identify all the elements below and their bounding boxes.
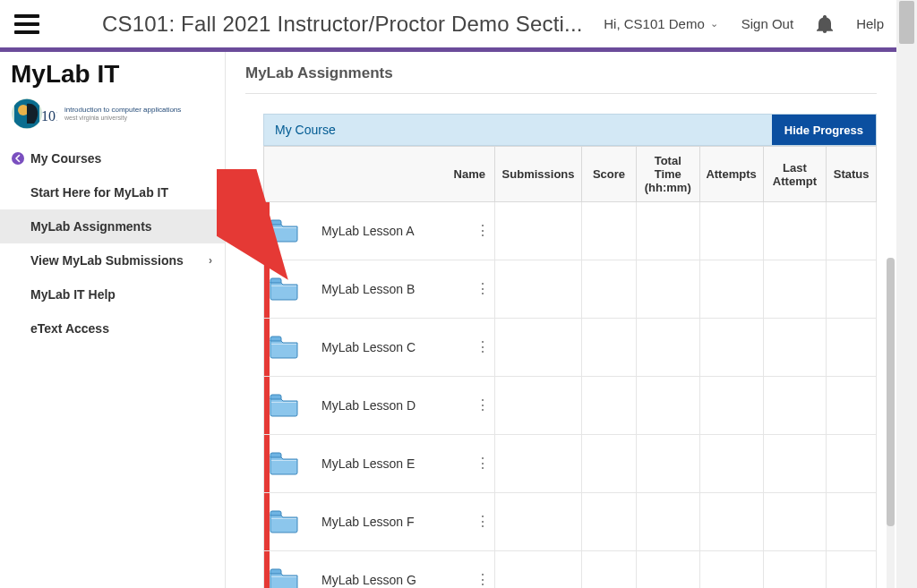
svg-rect-6 [271, 344, 296, 345]
row-kebab-icon[interactable]: ⋮ [471, 456, 494, 471]
table-row[interactable]: MyLab Lesson D ⋮ [264, 377, 877, 435]
course-banner: My Course Hide Progress [263, 114, 877, 146]
sidebar-item-label: MyLab IT Help [30, 287, 116, 302]
empty-cell [495, 493, 582, 551]
course-logo: 101 introduction to computer application… [0, 91, 225, 141]
content-scrollbar[interactable] [887, 258, 895, 588]
row-name: MyLab Lesson D [314, 398, 471, 413]
col-attempts[interactable]: Attempts [699, 147, 763, 202]
empty-cell [699, 319, 763, 377]
course-title: CS101: Fall 2021 Instructor/Proctor Demo… [102, 12, 583, 37]
empty-cell [582, 551, 637, 589]
browser-scrollbar-thumb[interactable] [899, 1, 914, 44]
table-row[interactable]: MyLab Lesson G ⋮ [264, 551, 877, 589]
assignments-table: Name Submissions Score Total Time (hh:mm… [263, 146, 877, 588]
sidebar-item-view-submissions[interactable]: View MyLab Submissions › [0, 243, 225, 277]
row-kebab-icon[interactable]: ⋮ [471, 282, 494, 296]
table-row[interactable]: MyLab Lesson C ⋮ [264, 319, 877, 377]
col-last-attempt[interactable]: Last Attempt [763, 147, 827, 202]
svg-point-3 [12, 152, 24, 165]
banner-title: My Course [264, 123, 336, 137]
sidebar-item-start-here[interactable]: Start Here for MyLab IT [0, 175, 225, 209]
empty-cell [636, 493, 699, 551]
user-menu[interactable]: Hi, CS101 Demo ⌄ [604, 16, 718, 31]
table-row[interactable]: MyLab Lesson E ⋮ [264, 435, 877, 493]
row-name: MyLab Lesson C [314, 340, 471, 354]
row-name: MyLab Lesson A [314, 224, 471, 238]
empty-cell [763, 377, 827, 435]
sidebar-item-label: Start Here for MyLab IT [30, 185, 168, 200]
row-kebab-icon[interactable]: ⋮ [471, 398, 494, 413]
sidebar-item-help[interactable]: MyLab IT Help [0, 277, 225, 311]
folder-icon [270, 394, 314, 417]
sidebar-item-label: View MyLab Submissions [30, 253, 184, 268]
sidebar-item-my-courses[interactable]: My Courses [0, 141, 225, 175]
folder-icon [270, 277, 314, 301]
empty-cell [763, 202, 827, 260]
svg-text:101: 101 [41, 108, 57, 124]
browser-scrollbar[interactable] [896, 0, 917, 588]
svg-rect-10 [271, 576, 296, 577]
table-row[interactable]: MyLab Lesson F ⋮ [264, 493, 877, 551]
empty-cell [495, 319, 582, 377]
row-name: MyLab Lesson E [314, 456, 471, 471]
notifications-icon[interactable] [817, 15, 833, 33]
empty-cell [699, 377, 763, 435]
sidebar-item-label: MyLab Assignments [30, 219, 152, 234]
empty-cell [582, 435, 637, 493]
empty-cell [636, 377, 699, 435]
svg-rect-9 [271, 518, 296, 519]
hide-progress-button[interactable]: Hide Progress [772, 115, 876, 145]
col-total-time[interactable]: Total Time (hh:mm) [636, 147, 699, 202]
col-score[interactable]: Score [582, 147, 637, 202]
empty-cell [495, 435, 582, 493]
svg-rect-7 [271, 402, 296, 403]
sidebar-item-label: My Courses [30, 151, 101, 166]
row-kebab-icon[interactable]: ⋮ [471, 573, 494, 587]
sidebar-item-mylab-assignments[interactable]: MyLab Assignments [0, 209, 225, 243]
back-icon [11, 151, 25, 166]
table-row[interactable]: MyLab Lesson B ⋮ [264, 260, 877, 319]
col-status[interactable]: Status [827, 147, 877, 202]
col-submissions[interactable]: Submissions [495, 147, 582, 202]
empty-cell [636, 551, 699, 589]
chevron-down-icon: ⌄ [710, 18, 718, 30]
row-kebab-icon[interactable]: ⋮ [471, 515, 494, 529]
empty-cell [763, 435, 827, 493]
empty-cell [495, 260, 582, 319]
row-kebab-icon[interactable]: ⋮ [471, 224, 494, 238]
svg-rect-5 [271, 285, 296, 286]
empty-cell [827, 377, 877, 435]
row-name: MyLab Lesson B [314, 282, 471, 296]
empty-cell [582, 260, 637, 319]
table-header-row: Name Submissions Score Total Time (hh:mm… [264, 147, 877, 202]
empty-cell [827, 319, 877, 377]
svg-rect-8 [271, 460, 296, 461]
sidebar-item-label: eText Access [30, 321, 109, 336]
menu-icon[interactable] [14, 14, 39, 34]
logo-icon: 101 [11, 97, 57, 131]
empty-cell [495, 551, 582, 589]
sign-out-link[interactable]: Sign Out [741, 16, 793, 31]
svg-rect-4 [271, 227, 296, 228]
row-kebab-icon[interactable]: ⋮ [471, 340, 494, 354]
page-title: MyLab Assignments [245, 64, 877, 94]
sidebar-item-etext[interactable]: eText Access [0, 311, 225, 345]
empty-cell [636, 319, 699, 377]
help-link[interactable]: Help [856, 16, 884, 31]
empty-cell [636, 435, 699, 493]
table-row[interactable]: MyLab Lesson A ⋮ [264, 202, 877, 260]
row-name: MyLab Lesson F [314, 515, 471, 529]
empty-cell [827, 435, 877, 493]
content-scrollbar-thumb[interactable] [887, 258, 895, 526]
app-title: MyLab IT [0, 52, 225, 91]
folder-icon [270, 568, 314, 588]
logo-caption: introduction to computer applications we… [64, 106, 181, 123]
col-name[interactable]: Name [264, 147, 495, 202]
folder-icon [270, 452, 314, 475]
empty-cell [582, 377, 637, 435]
empty-cell [827, 493, 877, 551]
folder-icon [270, 219, 314, 243]
row-name: MyLab Lesson G [314, 573, 471, 587]
empty-cell [763, 493, 827, 551]
